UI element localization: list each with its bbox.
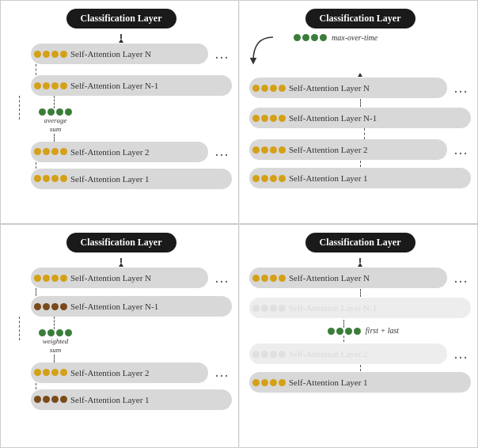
dot — [56, 108, 63, 116]
dot — [279, 175, 286, 182]
br-layer-1-dots — [252, 379, 286, 386]
layer-n1-label: Self-Attention Layer N-1 — [70, 81, 158, 90]
br-layer-1-pill: Self-Attention Layer 1 — [249, 372, 471, 393]
dot — [34, 148, 41, 155]
dot — [34, 369, 41, 376]
layer-n-pill: Self-Attention Layer N — [31, 44, 208, 64]
dot — [34, 396, 41, 403]
classification-label-bottom-left: Classification Layer — [66, 233, 176, 252]
dot — [51, 175, 59, 182]
dot — [43, 275, 50, 282]
dot — [270, 85, 277, 92]
tr-layer-n-label: Self-Attention Layer N — [289, 83, 370, 93]
dot — [51, 369, 59, 376]
bl-layer-n-row: Self-Attention Layer N … — [10, 268, 232, 288]
diagram-grid: Classification Layer Self-Attentio — [0, 0, 478, 448]
aggregator-max: max-over-time — [294, 33, 377, 43]
dot — [39, 329, 46, 336]
tr-layer-n-row: Self-Attention Layer N … — [249, 78, 471, 98]
dot — [60, 396, 67, 403]
br-layer-1-label: Self-Attention Layer 1 — [289, 378, 368, 387]
layer-n1-row: Self-Attention Layer N-1 — [10, 75, 232, 96]
layers-top-right: Self-Attention Layer N … Self-Attention … — [249, 72, 471, 188]
tr-layer-n-pill: Self-Attention Layer N — [249, 78, 447, 98]
dot — [43, 51, 50, 58]
bl-layer-2-row: Self-Attention Layer 2 … — [10, 363, 232, 383]
layer-1-row: Self-Attention Layer 1 — [10, 169, 232, 189]
dot — [34, 175, 41, 182]
bl-layer-n1-row: Self-Attention Layer N-1 — [10, 296, 232, 317]
dot — [261, 85, 268, 92]
dot — [279, 146, 286, 154]
br-layer-n-label: Self-Attention Layer N — [289, 273, 370, 283]
bl-layer-n-dots — [34, 275, 67, 282]
dot — [270, 351, 277, 358]
dot — [34, 303, 41, 310]
dot — [43, 303, 50, 310]
br-layer-n-dots — [252, 275, 286, 282]
dot — [320, 34, 327, 41]
dot — [270, 115, 277, 122]
layer-2-row: Self-Attention Layer 2 … — [10, 142, 232, 162]
bl-layer-n1-pill: Self-Attention Layer N-1 — [31, 296, 232, 317]
dot — [261, 115, 268, 122]
classification-label-bottom-right: Classification Layer — [305, 233, 415, 252]
layer-1-pill: Self-Attention Layer 1 — [31, 169, 232, 189]
dot — [279, 275, 286, 282]
dot — [60, 275, 67, 282]
bl-layer-1-dots — [34, 396, 67, 403]
bl-layer-n1-dots — [34, 303, 67, 310]
dot — [51, 396, 59, 403]
dot — [270, 379, 277, 386]
layers-bottom-left: Self-Attention Layer N … S — [10, 257, 232, 410]
dot — [279, 85, 286, 92]
dot — [60, 303, 67, 310]
aggregator-weighted: weighted sum — [39, 329, 72, 355]
layer-n1-pill: Self-Attention Layer N-1 — [31, 75, 232, 96]
dot — [261, 305, 268, 312]
agg-dots-fl — [328, 328, 361, 335]
panel-top-right: Classification Layer — [239, 0, 478, 224]
first-last-label: first + last — [366, 326, 399, 336]
dot — [65, 329, 72, 336]
dot — [279, 351, 286, 358]
aggregator-avg: average sum — [39, 108, 72, 134]
layers-bottom-right: Self-Attention Layer N … Self-Attention … — [249, 257, 471, 393]
br-layer-n-pill: Self-Attention Layer N — [249, 268, 447, 288]
dot — [252, 146, 260, 154]
layer-2-pill: Self-Attention Layer 2 — [31, 142, 208, 162]
layer-2-dots — [34, 148, 67, 155]
dot — [261, 175, 268, 182]
layer-n-label: Self-Attention Layer N — [70, 49, 151, 59]
tr-layer-1-label: Self-Attention Layer 1 — [289, 173, 368, 183]
dot — [34, 51, 41, 58]
ellipsis: … — [453, 80, 468, 97]
dot — [60, 148, 67, 155]
bl-layer-1-pill: Self-Attention Layer 1 — [31, 389, 232, 410]
dot — [302, 34, 309, 41]
dot — [252, 85, 260, 92]
br-layer-n1-dots — [252, 305, 286, 312]
dot — [252, 305, 260, 312]
dot — [270, 305, 277, 312]
layer-1-label: Self-Attention Layer 1 — [70, 174, 150, 184]
br-layer-2-dots — [252, 351, 286, 358]
dot — [51, 51, 59, 58]
tr-layer-n1-pill: Self-Attention Layer N-1 — [249, 108, 471, 128]
br-layer-n1-label: Self-Attention Layer N-1 — [289, 303, 377, 313]
classification-label-top-right: Classification Layer — [305, 9, 415, 28]
tr-layer-n1-dots — [252, 115, 286, 122]
tr-layer-2-pill: Self-Attention Layer 2 — [249, 139, 447, 160]
dot — [270, 175, 277, 182]
tr-layer-1-row: Self-Attention Layer 1 — [249, 168, 471, 188]
dot — [261, 275, 268, 282]
dot — [51, 275, 59, 282]
tr-layer-n1-row: Self-Attention Layer N-1 — [249, 108, 471, 128]
connector-class-to-n — [10, 34, 232, 43]
bl-layer-2-label: Self-Attention Layer 2 — [70, 368, 150, 378]
agg-dots-max — [294, 34, 327, 41]
bl-layer-n-label: Self-Attention Layer N — [70, 273, 151, 283]
dot — [51, 303, 59, 310]
layer-2-label: Self-Attention Layer 2 — [70, 147, 150, 157]
connector-bl — [10, 258, 232, 267]
